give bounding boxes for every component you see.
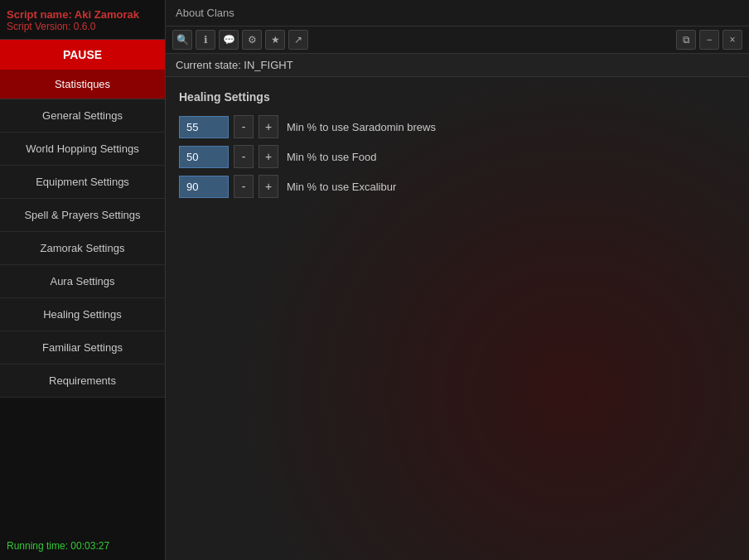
value-input-food[interactable] [179, 146, 229, 168]
minimize-icon[interactable]: − [699, 30, 719, 50]
search-icon[interactable]: 🔍 [172, 30, 192, 50]
setting-label-excalibur: Min % to use Excalibur [287, 181, 396, 193]
sidebar-item-spell-prayers-settings[interactable]: Spell & Prayers Settings [0, 199, 165, 232]
bookmark-icon[interactable]: ★ [265, 30, 285, 50]
sidebar-item-equipment-settings[interactable]: Equipment Settings [0, 166, 165, 199]
sidebar-item-zamorak-settings[interactable]: Zamorak Settings [0, 232, 165, 265]
top-bar: About Clans [166, 0, 749, 27]
sidebar-footer: Running time: 00:03:27 [0, 532, 165, 560]
minus-button-excalibur[interactable]: - [234, 175, 254, 198]
sidebar-item-aura-settings[interactable]: Aura Settings [0, 265, 165, 298]
current-state: Current state: IN_FIGHT [176, 59, 293, 71]
settings-rows: - + Min % to use Saradomin brews - + Min… [179, 115, 736, 198]
content-area: Healing Settings - + Min % to use Sarado… [166, 77, 749, 560]
sidebar: Script name: Aki Zamorak Script Version:… [0, 0, 166, 560]
healing-settings-title: Healing Settings [179, 90, 736, 104]
statistiques-button[interactable]: Statistiques [0, 70, 165, 99]
setting-label-food: Min % to use Food [287, 151, 376, 163]
settings-icon[interactable]: ⚙ [242, 30, 262, 50]
toolbar-right: ⧉ − × [676, 30, 742, 50]
main-content: About Clans 🔍 ℹ 💬 ⚙ ★ ↗ ⧉ − × Current st… [166, 0, 749, 560]
minus-button-food[interactable]: - [234, 145, 254, 168]
setting-row-food: - + Min % to use Food [179, 145, 736, 168]
info-icon[interactable]: ℹ [196, 30, 215, 50]
minus-button-saradomin-brews[interactable]: - [234, 115, 254, 138]
running-time: Running time: 00:03:27 [7, 540, 158, 552]
plus-button-food[interactable]: + [259, 145, 278, 168]
window-icon[interactable]: ⧉ [676, 30, 696, 50]
sidebar-header: Script name: Aki Zamorak Script Version:… [0, 0, 165, 40]
sidebar-item-familiar-settings[interactable]: Familiar Settings [0, 331, 165, 364]
nav-menu: General SettingsWorld Hopping SettingsEq… [0, 99, 165, 398]
plus-button-saradomin-brews[interactable]: + [259, 115, 278, 138]
sidebar-item-world-hopping-settings[interactable]: World Hopping Settings [0, 133, 165, 166]
setting-row-saradomin-brews: - + Min % to use Saradomin brews [179, 115, 736, 138]
top-bar-title: About Clans [176, 7, 234, 19]
value-input-saradomin-brews[interactable] [179, 116, 229, 138]
setting-row-excalibur: - + Min % to use Excalibur [179, 175, 736, 198]
script-name: Script name: Aki Zamorak [7, 8, 158, 21]
value-input-excalibur[interactable] [179, 176, 229, 198]
plus-button-excalibur[interactable]: + [259, 175, 278, 198]
sidebar-item-requirements[interactable]: Requirements [0, 364, 165, 398]
setting-label-saradomin-brews: Min % to use Saradomin brews [287, 121, 436, 133]
close-icon[interactable]: × [722, 30, 742, 50]
sidebar-item-general-settings[interactable]: General Settings [0, 99, 165, 133]
script-version: Script Version: 0.6.0 [7, 21, 158, 32]
chat-icon[interactable]: 💬 [219, 30, 239, 50]
pause-button[interactable]: PAUSE [0, 40, 165, 70]
state-bar: Current state: IN_FIGHT [166, 54, 749, 77]
toolbar: 🔍 ℹ 💬 ⚙ ★ ↗ ⧉ − × [166, 27, 749, 54]
export-icon[interactable]: ↗ [288, 30, 308, 50]
sidebar-item-healing-settings[interactable]: Healing Settings [0, 298, 165, 331]
